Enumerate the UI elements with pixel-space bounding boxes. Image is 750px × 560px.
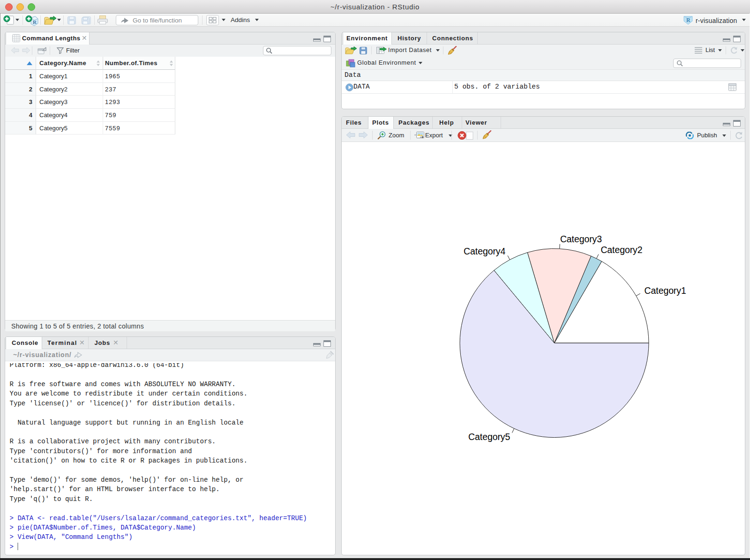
svg-text:Category5: Category5: [468, 432, 510, 442]
svg-text:Category1: Category1: [645, 285, 686, 296]
svg-text:R: R: [686, 17, 690, 23]
svg-text:Category4: Category4: [464, 246, 505, 256]
svg-text:Category2: Category2: [600, 245, 642, 255]
svg-text:R: R: [33, 19, 37, 25]
svg-text:Category3: Category3: [560, 234, 602, 244]
